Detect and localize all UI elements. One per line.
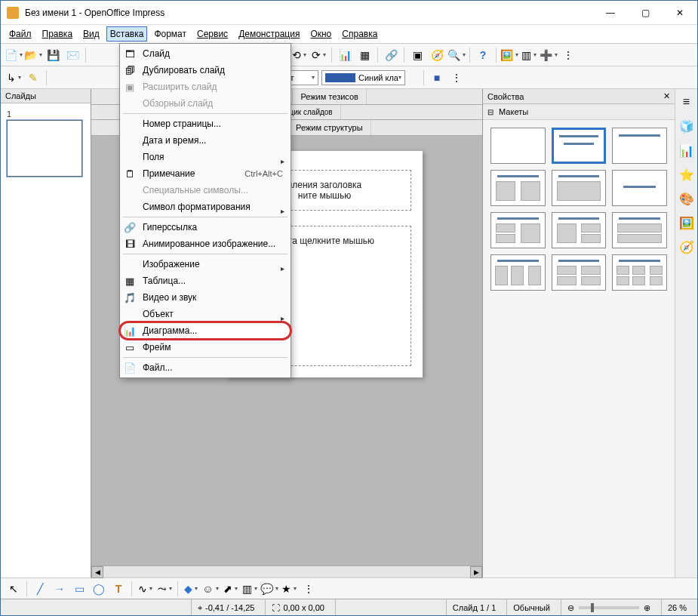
undo-arrow-button[interactable]: ⟲: [291, 47, 307, 63]
chart-button[interactable]: 📊: [337, 47, 353, 63]
layout-two-rows[interactable]: [612, 212, 667, 248]
zoom-slider[interactable]: [579, 606, 639, 609]
minimize-button[interactable]: —: [593, 1, 628, 25]
menu-media[interactable]: 🎵Видео и звук: [120, 289, 291, 306]
menu-format[interactable]: Формат: [150, 26, 190, 42]
arrow-style-button[interactable]: ↳: [5, 69, 22, 86]
menu-formatting-mark[interactable]: Символ форматирования: [120, 199, 291, 215]
layouts-section-header[interactable]: Макеты: [483, 104, 675, 120]
master-pages-icon[interactable]: 📊: [678, 142, 695, 159]
shadow-button[interactable]: ■: [429, 69, 445, 86]
scroll-track[interactable]: [103, 566, 470, 578]
flowchart-tool[interactable]: ▥: [241, 581, 258, 597]
menu-date-time[interactable]: Дата и время...: [120, 132, 291, 149]
menu-view[interactable]: Вид: [79, 26, 103, 42]
sidebar-menu-icon[interactable]: ≡: [678, 94, 695, 110]
hyperlink-button[interactable]: 🔗: [383, 47, 399, 63]
close-button[interactable]: ✕: [663, 1, 697, 25]
table-button[interactable]: ▦: [356, 47, 373, 63]
layout-six-box[interactable]: [612, 254, 667, 291]
arrow-tool[interactable]: →: [51, 581, 68, 597]
layout-centered-text[interactable]: [612, 170, 667, 206]
slide-1-thumbnail[interactable]: [7, 120, 82, 177]
h-scrollbar[interactable]: ◀ ▶: [91, 565, 482, 578]
layout-title-only[interactable]: [612, 128, 667, 164]
slideshow-button[interactable]: ▣: [409, 47, 426, 63]
scroll-right-button[interactable]: ▶: [470, 566, 482, 578]
menu-insert[interactable]: Вставка: [106, 26, 148, 42]
stars-tool[interactable]: ★: [281, 581, 297, 597]
new-doc-button[interactable]: 📄: [5, 47, 22, 63]
layout-title-content[interactable]: [552, 128, 607, 164]
zoom-controls[interactable]: ⊖ ⊕: [561, 599, 656, 616]
custom-anim-icon[interactable]: ⭐: [678, 166, 695, 183]
menu-tools[interactable]: Сервис: [193, 26, 232, 42]
menu-hyperlink[interactable]: 🔗Гиперссылка: [120, 219, 291, 236]
menu-animated-image[interactable]: 🎞Анимированное изображение...: [120, 236, 291, 252]
select-tool[interactable]: ↖: [5, 581, 22, 597]
line-tool[interactable]: ╱: [32, 581, 48, 597]
toolbar2-overflow[interactable]: ⋮: [448, 69, 465, 86]
menu-page-number[interactable]: Номер страницы...: [120, 116, 291, 132]
menu-frame[interactable]: ▭Фрейм: [120, 339, 291, 356]
gallery-icon[interactable]: 🖼️: [678, 214, 695, 231]
menu-file[interactable]: 📄Файл...: [120, 359, 291, 376]
line-props-button[interactable]: ✎: [25, 69, 42, 86]
toolbar-overflow[interactable]: ⋮: [560, 47, 577, 63]
menu-slide[interactable]: 🗔Слайд: [120, 45, 291, 62]
menu-help[interactable]: Справка: [338, 26, 381, 42]
layout-three-col[interactable]: [490, 254, 546, 291]
zoom-button[interactable]: 🔍: [448, 47, 465, 63]
help-button[interactable]: ?: [475, 47, 491, 63]
zoom-out-icon[interactable]: ⊖: [567, 603, 574, 613]
menu-file[interactable]: Файл: [5, 26, 35, 42]
layout-four-box[interactable]: [552, 254, 607, 291]
menu-object[interactable]: Объект: [120, 306, 291, 322]
slide-panel-button[interactable]: ▥: [521, 47, 537, 63]
maximize-button[interactable]: ▢: [628, 1, 663, 25]
menu-demo[interactable]: Демонстрация: [235, 26, 303, 42]
drawing-toolbar: ↖ ╱ → ▭ ◯ T ∿ ⤳ ◆ ☺ ⬈ ▥ 💬 ★ ⋮: [1, 578, 697, 599]
layout-two-content[interactable]: [490, 170, 546, 206]
scroll-left-button[interactable]: ◀: [91, 566, 103, 578]
nav-button[interactable]: 🧭: [429, 47, 445, 63]
draw-overflow[interactable]: ⋮: [300, 581, 317, 597]
rect-tool[interactable]: ▭: [71, 581, 88, 597]
layout-title-two-over[interactable]: [552, 212, 607, 248]
menu-edit[interactable]: Правка: [38, 26, 77, 42]
menu-duplicate-slide[interactable]: 🗐Дублировать слайд: [120, 62, 291, 79]
redo-arrow-button[interactable]: ⟳: [310, 47, 327, 63]
email-button[interactable]: ✉️: [64, 47, 81, 63]
connector-tool[interactable]: ⤳: [156, 581, 173, 597]
fill-color-combo[interactable]: Синий кла: [321, 70, 405, 85]
zoom-in-icon[interactable]: ⊕: [644, 603, 650, 613]
menu-fields[interactable]: Поля: [120, 149, 291, 165]
open-button[interactable]: 📂: [25, 47, 42, 63]
new-slide-button[interactable]: ➕: [540, 47, 557, 63]
ellipse-tool[interactable]: ◯: [91, 581, 107, 597]
slide-thumb-1[interactable]: 1: [1, 103, 91, 183]
save-button[interactable]: 💾: [45, 47, 61, 63]
menu-note[interactable]: 🗒ПримечаниеCtrl+Alt+C: [120, 165, 291, 182]
zoom-percent[interactable]: 26 %: [661, 599, 693, 616]
menu-image[interactable]: Изображение: [120, 256, 291, 273]
properties-icon[interactable]: 🧊: [678, 118, 695, 134]
menu-chart[interactable]: 📊Диаграмма...: [120, 322, 291, 339]
slide-transition-icon[interactable]: 🎨: [678, 190, 695, 207]
layout-content[interactable]: [552, 170, 607, 206]
callouts-tool[interactable]: 💬: [261, 581, 278, 597]
block-arrows-tool[interactable]: ⬈: [222, 581, 238, 597]
tab-thesis-mode[interactable]: Режим тезисов: [293, 89, 367, 104]
layout-two-twocontent[interactable]: [490, 212, 546, 248]
symbol-shapes-tool[interactable]: ☺: [202, 581, 219, 597]
tab-outline[interactable]: Режим структуры: [288, 120, 371, 135]
curve-tool[interactable]: ∿: [137, 581, 153, 597]
text-tool[interactable]: T: [110, 581, 127, 597]
gallery-button[interactable]: 🖼️: [501, 47, 518, 63]
navigator-icon[interactable]: 🧭: [678, 239, 695, 255]
basic-shapes-tool[interactable]: ◆: [183, 581, 199, 597]
close-panel-icon[interactable]: ✕: [663, 91, 670, 101]
layout-blank[interactable]: [490, 128, 546, 164]
menu-table[interactable]: ▦Таблица...: [120, 273, 291, 289]
menu-window[interactable]: Окно: [306, 26, 335, 42]
